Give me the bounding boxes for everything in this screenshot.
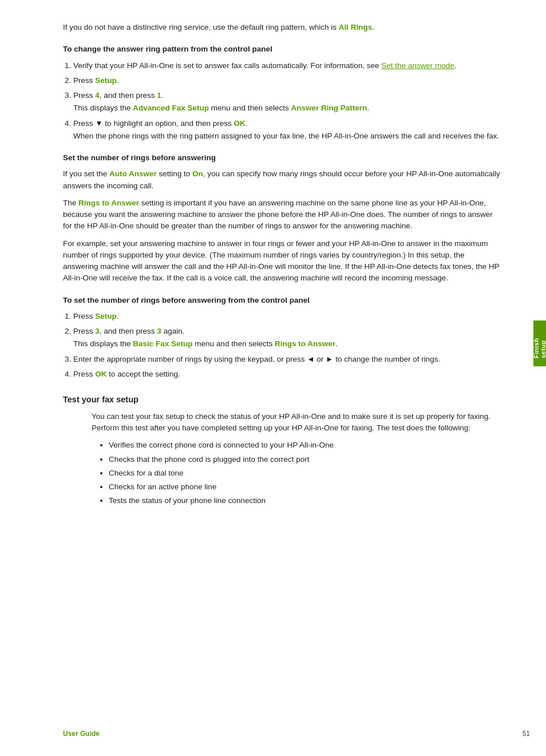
section4-para: You can test your fax setup to check the…	[92, 411, 500, 434]
step1-3-sub-text: This displays the	[73, 104, 133, 112]
step1-3-mid: , and then press	[100, 91, 157, 100]
step3-2: Press 3, and then press 3 again. This di…	[73, 326, 500, 350]
step1-4-sub: When the phone rings with the ring patte…	[73, 130, 500, 142]
section3-heading: To set the number of rings before answer…	[63, 295, 500, 306]
step1-1-end: .	[454, 61, 457, 70]
side-tab: Finish setup	[533, 320, 546, 366]
step1-4: Press ▼ to highlight an option, and then…	[73, 118, 500, 143]
step3-1-text: Press	[73, 312, 95, 320]
bullet-4: Checks for an active phone line	[109, 481, 500, 493]
section-rings-steps: To set the number of rings before answer…	[63, 295, 500, 381]
step1-1-text: Verify that your HP All-in-One is set to…	[73, 61, 381, 70]
step3-2-sub-end: .	[335, 339, 338, 348]
step3-2-sub-h1: Basic Fax Setup	[133, 339, 192, 348]
step3-2-h1: 3	[95, 327, 100, 335]
step1-4-highlight: OK	[234, 119, 246, 128]
step1-3-sub-end: .	[367, 104, 369, 112]
page: If you do not have a distinctive ring se…	[0, 0, 546, 756]
footer: User Guide 51	[0, 730, 546, 738]
step3-4: Press OK to accept the setting.	[73, 369, 500, 380]
step3-2-text: Press	[73, 327, 95, 335]
s2p2-h1: Rings to Answer	[78, 199, 139, 207]
step1-4-text: Press ▼ to highlight an option, and then…	[73, 119, 234, 128]
step1-3-h1: 4	[95, 91, 100, 100]
s2p1-h1: Auto Answer	[109, 169, 157, 178]
step1-1: Verify that your HP All-in-One is set to…	[73, 60, 500, 72]
step3-4-text: Press	[73, 370, 95, 378]
section2-para3: For example, set your answering machine …	[63, 238, 500, 284]
footer-right: 51	[523, 730, 530, 738]
step1-3-sub-h1: Advanced Fax Setup	[133, 104, 209, 112]
step3-2-sub-mid: menu and then selects	[193, 339, 275, 348]
step1-1-link[interactable]: Set the answer mode	[381, 61, 454, 70]
section2-para2: The Rings to Answer setting is important…	[63, 197, 500, 232]
step3-2-sub: This displays the Basic Fax Setup menu a…	[73, 338, 500, 350]
section2-heading: Set the number of rings before answering	[63, 152, 500, 164]
step3-2-sub-h2: Rings to Answer	[275, 339, 335, 348]
s2p1-h2: On	[192, 169, 203, 178]
intro-text1: If you do not have a distinctive ring se…	[63, 23, 339, 31]
bullet-1: Verifies the correct phone cord is conne…	[109, 440, 500, 451]
step3-4-end: to accept the setting.	[107, 370, 180, 378]
step3-1-highlight: Setup	[95, 312, 117, 320]
step3-4-highlight: OK	[95, 370, 106, 378]
section4-bullets: Verifies the correct phone cord is conne…	[109, 440, 500, 506]
step3-2-sub-text: This displays the	[73, 339, 133, 348]
step1-2-highlight: Setup	[95, 76, 117, 85]
step1-3-h2: 1	[157, 91, 161, 100]
step3-3: Enter the appropriate number of rings by…	[73, 354, 500, 365]
bullet-5: Tests the status of your phone line conn…	[109, 495, 500, 506]
step3-3-text: Enter the appropriate number of rings by…	[73, 355, 440, 363]
intro-paragraph: If you do not have a distinctive ring se…	[63, 22, 500, 33]
s2p1-pre: If you set the	[63, 169, 109, 178]
step3-2-h2: 3	[157, 327, 161, 335]
section1-heading: To change the answer ring pattern from t…	[63, 43, 500, 55]
step3-1-end: .	[117, 312, 119, 320]
section-rings-before-answering: Set the number of rings before answering…	[63, 152, 500, 284]
footer-left: User Guide	[63, 730, 100, 738]
step1-3-text: Press	[73, 91, 95, 100]
step1-3-sub: This displays the Advanced Fax Setup men…	[73, 102, 500, 114]
step1-2-end: .	[117, 76, 119, 85]
section1-steps: Verify that your HP All-in-One is set to…	[73, 60, 500, 143]
step1-3-end: .	[161, 91, 164, 100]
section2-para1: If you set the Auto Answer setting to On…	[63, 168, 500, 192]
step1-2: Press Setup.	[73, 75, 500, 86]
step1-4-end: .	[246, 119, 248, 128]
step1-3-sub-mid: menu and then selects	[209, 104, 291, 112]
intro-text1end: .	[372, 23, 374, 31]
section4-title: Test your fax setup	[63, 394, 500, 406]
section-test-fax: Test your fax setup You can test your fa…	[63, 394, 500, 507]
section3-steps: Press Setup. Press 3, and then press 3 a…	[73, 311, 500, 380]
step3-2-end2: again.	[161, 327, 185, 335]
section-change-ring-pattern: To change the answer ring pattern from t…	[63, 43, 500, 142]
step3-2-end: , and then press	[100, 327, 157, 335]
step1-2-text: Press	[73, 76, 95, 85]
bullet-2: Checks that the phone cord is plugged in…	[109, 454, 500, 465]
intro-highlight: All Rings	[339, 23, 373, 31]
bullet-3: Checks for a dial tone	[109, 468, 500, 479]
step1-3-sub-h2: Answer Ring Pattern	[291, 104, 367, 112]
step1-3: Press 4, and then press 1. This displays…	[73, 90, 500, 114]
step3-1: Press Setup.	[73, 311, 500, 322]
s2p1-mid: setting to	[157, 169, 192, 178]
s2p2-pre: The	[63, 199, 78, 207]
